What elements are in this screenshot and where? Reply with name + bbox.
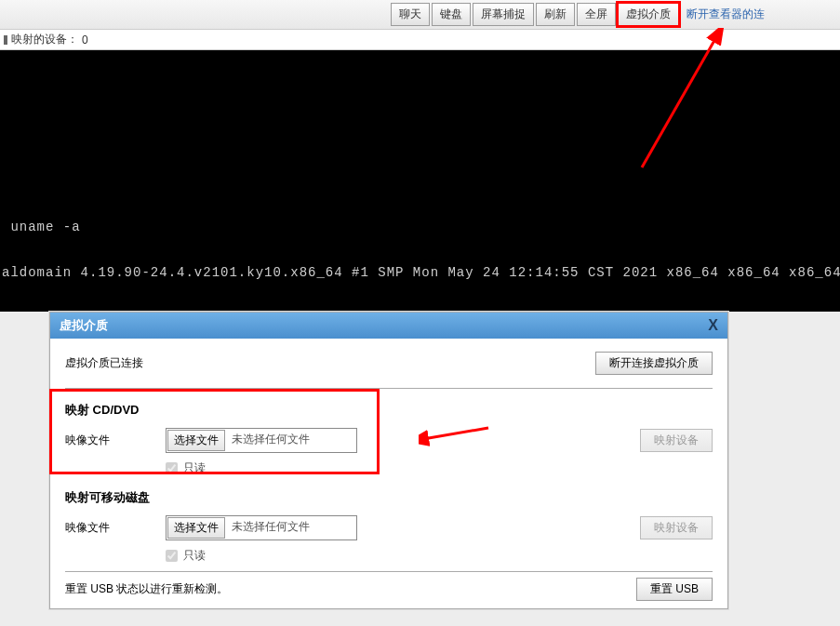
map-device-button-cddvd[interactable]: 映射设备 — [640, 429, 713, 452]
readonly-label-removable: 只读 — [183, 548, 206, 564]
choose-file-button-cddvd[interactable]: 选择文件 — [167, 430, 225, 451]
mapped-devices-count: 0 — [82, 33, 88, 47]
map-cddvd-title: 映射 CD/DVD — [65, 402, 713, 419]
indicator-icon — [4, 35, 7, 45]
toolbar: 聊天 键盘 屏幕捕捉 刷新 全屏 虚拟介质 断开查看器的连 — [0, 0, 840, 30]
removable-file-text: 未选择任何文件 — [226, 516, 356, 539]
terminal-line: aldomain 4.19.90-24.4.v2101.ky10.x86_64 … — [0, 265, 840, 281]
chat-button[interactable]: 聊天 — [391, 3, 430, 26]
terminal-line: uname -a — [0, 220, 840, 235]
mapped-devices-label: 映射的设备： — [11, 32, 78, 47]
dialog-titlebar: 虚拟介质 X — [50, 313, 727, 339]
removable-file-picker: 选择文件 未选择任何文件 — [166, 515, 357, 540]
image-file-label: 映像文件 — [65, 433, 158, 448]
readonly-label-cddvd: 只读 — [183, 460, 206, 476]
reset-usb-button[interactable]: 重置 USB — [636, 578, 713, 601]
reset-usb-text: 重置 USB 状态以进行重新检测。 — [65, 581, 228, 597]
cddvd-file-text: 未选择任何文件 — [226, 429, 356, 452]
disconnect-viewer-link[interactable]: 断开查看器的连 — [681, 4, 770, 25]
map-removable-title: 映射可移动磁盘 — [65, 489, 713, 506]
status-bar: 映射的设备： 0 — [0, 30, 840, 50]
disconnect-media-button[interactable]: 断开连接虚拟介质 — [595, 352, 713, 375]
keyboard-button[interactable]: 键盘 — [432, 3, 471, 26]
image-file-label-2: 映像文件 — [65, 520, 158, 536]
dialog-title-text: 虚拟介质 — [60, 317, 108, 334]
terminal[interactable]: uname -a aldomain 4.19.90-24.4.v2101.ky1… — [0, 50, 840, 312]
screencapture-button[interactable]: 屏幕捕捉 — [473, 3, 534, 26]
fullscreen-button[interactable]: 全屏 — [577, 3, 616, 26]
refresh-button[interactable]: 刷新 — [536, 3, 575, 26]
close-icon[interactable]: X — [708, 317, 718, 334]
connection-status-text: 虚拟介质已连接 — [65, 355, 143, 371]
choose-file-button-removable[interactable]: 选择文件 — [167, 517, 225, 539]
virtual-media-dialog: 虚拟介质 X 虚拟介质已连接 断开连接虚拟介质 映射 CD/DVD 映像文件 选… — [49, 312, 728, 609]
readonly-checkbox-cddvd[interactable] — [166, 462, 178, 474]
virtual-media-button[interactable]: 虚拟介质 — [618, 3, 679, 26]
readonly-checkbox-removable[interactable] — [166, 550, 178, 562]
cddvd-file-picker: 选择文件 未选择任何文件 — [166, 428, 357, 453]
map-device-button-removable[interactable]: 映射设备 — [640, 516, 713, 539]
